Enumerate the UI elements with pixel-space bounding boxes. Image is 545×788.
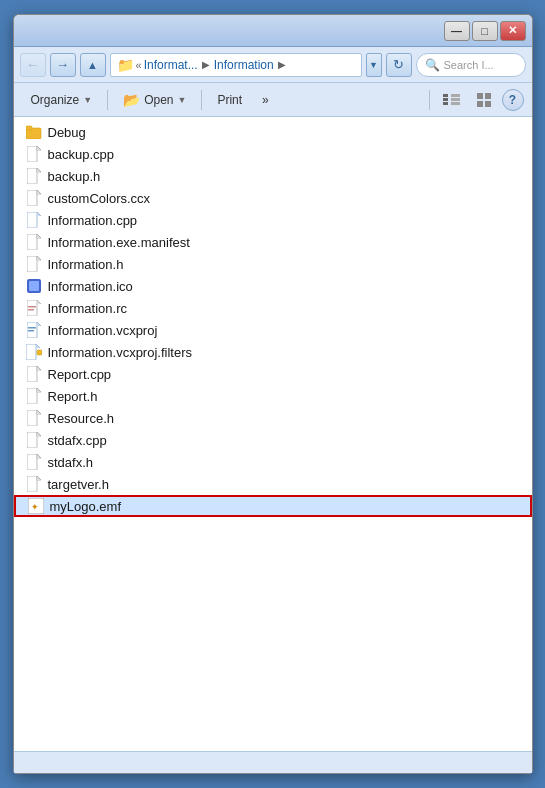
list-item[interactable]: backup.h <box>14 165 532 187</box>
file-name: stdafx.cpp <box>48 433 107 448</box>
file-name: Information.ico <box>48 279 133 294</box>
file-list: Debug backup.cpp backup.h customColors.c… <box>14 117 532 751</box>
svg-rect-49 <box>27 410 37 426</box>
file-name: Resource.h <box>48 411 114 426</box>
list-item[interactable]: targetver.h <box>14 473 532 495</box>
file-icon <box>26 256 42 272</box>
list-item[interactable]: stdafx.h <box>14 451 532 473</box>
addressbar: ← → ▲ 📁 « Informat... ▶ Information ▶ ▼ … <box>14 47 532 83</box>
toolbar-sep2 <box>201 90 202 110</box>
back-button[interactable]: ← <box>20 53 46 77</box>
list-item[interactable]: Information.vcxproj.filters <box>14 341 532 363</box>
file-icon <box>26 300 42 316</box>
file-name: Information.vcxproj.filters <box>48 345 193 360</box>
close-button[interactable]: ✕ <box>500 21 526 41</box>
view-icons-button[interactable] <box>470 87 498 113</box>
svg-rect-10 <box>27 190 37 206</box>
titlebar: — □ ✕ <box>14 15 532 47</box>
toolbar-right: ? <box>425 87 524 113</box>
svg-rect-14 <box>27 212 37 228</box>
organize-button[interactable]: Organize ▼ <box>22 87 102 113</box>
svg-rect-27 <box>27 300 37 316</box>
help-button[interactable]: ? <box>502 89 524 111</box>
refresh-button[interactable]: ↻ <box>386 53 412 77</box>
view-details-button[interactable] <box>438 87 466 113</box>
file-name: Information.rc <box>48 301 127 316</box>
more-button[interactable]: » <box>253 87 278 113</box>
breadcrumb-part2[interactable]: Information <box>214 58 274 72</box>
file-name: customColors.ccx <box>48 191 151 206</box>
file-name: Report.h <box>48 389 98 404</box>
file-name: Report.cpp <box>48 367 112 382</box>
file-name: myLogo.emf <box>50 499 122 514</box>
file-icon <box>26 344 42 360</box>
up-button[interactable]: ▲ <box>80 53 106 77</box>
svg-rect-57 <box>27 454 37 470</box>
file-icon <box>26 168 42 184</box>
svg-rect-1 <box>26 126 32 130</box>
forward-button[interactable]: → <box>50 53 76 77</box>
svg-rect-35 <box>28 327 36 329</box>
open-chevron: ▼ <box>177 95 186 105</box>
svg-rect-37 <box>26 344 36 360</box>
search-icon: 🔍 <box>425 58 440 72</box>
breadcrumb-prefix: « <box>136 59 142 71</box>
file-icon <box>26 366 42 382</box>
breadcrumb-bar: 📁 « Informat... ▶ Information ▶ <box>110 53 362 77</box>
svg-rect-45 <box>27 388 37 404</box>
file-icon <box>26 190 42 206</box>
file-name: Information.cpp <box>48 213 138 228</box>
list-item[interactable]: Information.cpp <box>14 209 532 231</box>
file-icon: ✦ <box>28 498 44 514</box>
svg-rect-26 <box>29 281 39 291</box>
breadcrumb-folder-icon: 📁 <box>117 57 134 73</box>
file-icon <box>26 476 42 492</box>
list-item[interactable]: ✦ myLogo.emf <box>14 495 532 517</box>
list-item[interactable]: stdafx.cpp <box>14 429 532 451</box>
toolbar: Organize ▼ 📂 Open ▼ Print » <box>14 83 532 117</box>
breadcrumb-dropdown[interactable]: ▼ <box>366 53 382 77</box>
list-item[interactable]: Information.vcxproj <box>14 319 532 341</box>
list-item[interactable]: Report.cpp <box>14 363 532 385</box>
print-button[interactable]: Print <box>208 87 251 113</box>
list-item[interactable]: Information.h <box>14 253 532 275</box>
search-placeholder: Search I... <box>444 59 494 71</box>
file-icon <box>26 234 42 250</box>
minimize-button[interactable]: — <box>444 21 470 41</box>
open-label: Open <box>144 93 173 107</box>
list-item[interactable]: Resource.h <box>14 407 532 429</box>
breadcrumb-arrow1: ▶ <box>200 59 212 70</box>
svg-rect-61 <box>27 476 37 492</box>
maximize-button[interactable]: □ <box>472 21 498 41</box>
breadcrumb-arrow2: ▶ <box>276 59 288 70</box>
svg-rect-30 <box>28 306 36 308</box>
list-item[interactable]: Debug <box>14 121 532 143</box>
file-icon <box>26 454 42 470</box>
organize-label: Organize <box>31 93 80 107</box>
more-label: » <box>262 93 269 107</box>
toolbar-sep1 <box>107 90 108 110</box>
svg-text:✦: ✦ <box>31 502 39 512</box>
list-item[interactable]: Information.rc <box>14 297 532 319</box>
list-item[interactable]: Report.h <box>14 385 532 407</box>
list-item[interactable]: customColors.ccx <box>14 187 532 209</box>
svg-rect-53 <box>27 432 37 448</box>
svg-rect-40 <box>37 350 42 355</box>
list-item[interactable]: backup.cpp <box>14 143 532 165</box>
file-name: Information.vcxproj <box>48 323 158 338</box>
open-button[interactable]: 📂 Open ▼ <box>114 87 195 113</box>
file-name: Information.exe.manifest <box>48 235 190 250</box>
organize-chevron: ▼ <box>83 95 92 105</box>
status-bar <box>14 751 532 773</box>
file-icon <box>26 146 42 162</box>
print-label: Print <box>217 93 242 107</box>
breadcrumb-part1[interactable]: Informat... <box>144 58 198 72</box>
file-name: backup.h <box>48 169 101 184</box>
list-item[interactable]: Information.exe.manifest <box>14 231 532 253</box>
svg-rect-6 <box>27 168 37 184</box>
svg-rect-17 <box>27 234 37 250</box>
list-item[interactable]: Information.ico <box>14 275 532 297</box>
toolbar-sep3 <box>429 90 430 110</box>
svg-rect-2 <box>27 146 37 162</box>
search-box[interactable]: 🔍 Search I... <box>416 53 526 77</box>
